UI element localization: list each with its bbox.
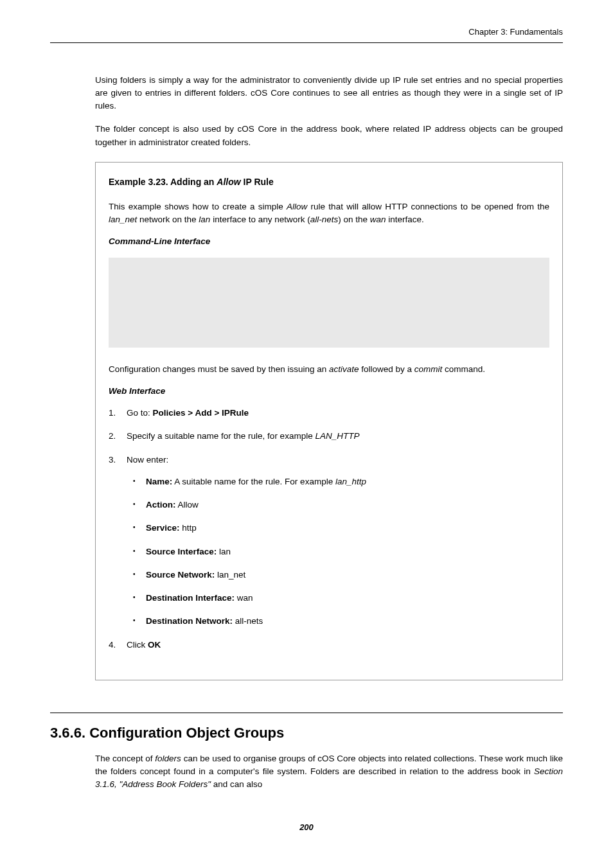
label: Source Interface: (146, 547, 217, 556)
text-italic: lan_http (335, 477, 366, 486)
example-title-prefix: Example 3.23. Adding an (109, 177, 217, 187)
section-divider (50, 713, 563, 713)
text-italic: all-nets (310, 215, 339, 224)
text: lan_net (215, 570, 245, 580)
text: followed by a (359, 364, 414, 374)
text: A suitable name for the rule. For exampl… (172, 477, 335, 486)
text-bold: Policies > Add > IPRule (153, 408, 249, 418)
label: Action: (146, 500, 176, 509)
step-1: 1. Go to: Policies > Add > IPRule (109, 407, 549, 420)
text: all-nets (233, 616, 263, 626)
label: Service: (146, 523, 180, 533)
example-title-em: Allow (217, 177, 240, 187)
list-item: Action: Allow (127, 499, 549, 511)
intro-paragraph-1: Using folders is simply a way for the ad… (95, 74, 563, 113)
label: Destination Network: (146, 616, 233, 626)
text: Allow (176, 500, 199, 509)
text-italic: commit (414, 364, 443, 374)
step-3: 3. Now enter: Name: A suitable name for … (109, 454, 549, 628)
step-2: 2. Specify a suitable name for the rule,… (109, 430, 549, 443)
list-item: Name: A suitable name for the rule. For … (127, 475, 549, 488)
text: Configuration changes must be saved by t… (109, 364, 329, 374)
example-description: This example shows how to create a simpl… (109, 200, 549, 227)
text-italic: lan (199, 215, 210, 224)
list-item: Service: http (127, 522, 549, 535)
text: wan (235, 593, 253, 603)
text: Go to: (127, 408, 153, 418)
text-italic: wan (370, 215, 386, 224)
post-cli-paragraph: Configuration changes must be saved by t… (109, 363, 549, 376)
section-paragraph: The concept of folders can be used to or… (95, 752, 563, 792)
text-italic: LAN_HTTP (315, 431, 359, 441)
steps-list: 1. Go to: Policies > Add > IPRule 2. Spe… (109, 407, 549, 651)
step-number: 4. (109, 639, 116, 651)
section-heading: 3.6.6. Configuration Object Groups (50, 722, 563, 743)
text: interface to any network ( (210, 215, 310, 224)
step-number: 1. (109, 407, 116, 420)
text: The concept of (95, 754, 155, 763)
example-title: Example 3.23. Adding an Allow IP Rule (109, 175, 549, 189)
text: interface. (386, 215, 424, 224)
text: http (180, 523, 197, 533)
example-title-suffix: IP Rule (241, 177, 274, 187)
text-bold: OK (148, 640, 161, 650)
text: network on the (137, 215, 199, 224)
label: Destination Interface: (146, 593, 235, 603)
label: Name: (146, 477, 172, 486)
code-block (109, 258, 549, 348)
text: rule that will allow HTTP connections to… (307, 202, 549, 211)
text-italic: folders (155, 754, 181, 763)
text: command. (442, 364, 485, 374)
text-italic: activate (329, 364, 359, 374)
list-item: Source Interface: lan (127, 545, 549, 558)
text: and can also (211, 779, 262, 789)
label: Source Network: (146, 570, 215, 580)
text: lan (217, 547, 231, 556)
text: Click (127, 640, 148, 650)
header-divider (50, 42, 563, 43)
chapter-header: Chapter 3: Fundamentals (50, 26, 563, 39)
step-number: 2. (109, 430, 116, 443)
list-item: Source Network: lan_net (127, 569, 549, 581)
text: This example shows how to create a simpl… (109, 202, 287, 211)
step-number: 3. (109, 454, 116, 466)
example-box: Example 3.23. Adding an Allow IP Rule Th… (95, 162, 563, 680)
text-italic: lan_net (109, 215, 137, 224)
step-4: 4. Click OK (109, 639, 549, 651)
text-italic: Allow (287, 202, 307, 211)
web-interface-heading: Web Interface (109, 385, 549, 398)
list-item: Destination Interface: wan (127, 592, 549, 605)
bullet-list: Name: A suitable name for the rule. For … (127, 475, 549, 628)
text: Specify a suitable name for the rule, fo… (127, 431, 315, 441)
text: Now enter: (127, 455, 168, 465)
text: ) on the (338, 215, 370, 224)
cli-heading: Command-Line Interface (109, 235, 549, 248)
intro-paragraph-2: The folder concept is also used by cOS C… (95, 123, 563, 149)
list-item: Destination Network: all-nets (127, 615, 549, 628)
page-number: 200 (50, 821, 563, 834)
